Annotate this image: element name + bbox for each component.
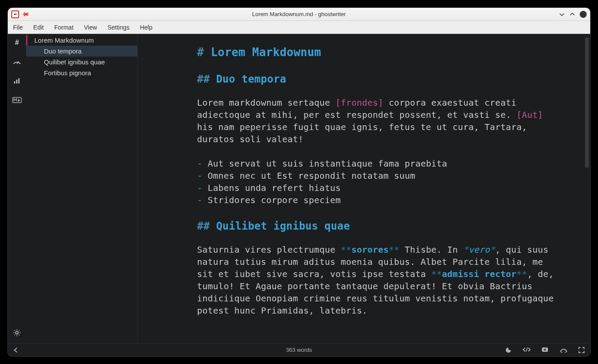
maximize-button[interactable] (569, 11, 575, 17)
app-icon: •• (11, 10, 19, 18)
svg-point-5 (16, 331, 18, 334)
close-button[interactable]: ✕ (580, 11, 587, 18)
svg-rect-14 (542, 347, 548, 352)
html-preview-icon[interactable] (522, 347, 531, 354)
editor[interactable]: # Lorem Markdownum ## Duo tempora Lorem … (138, 34, 590, 343)
document-stats-icon[interactable] (11, 75, 23, 87)
list-item: - Omnes nec ut Est respondit notatam suu… (197, 170, 555, 182)
main-area: # Lorem Markdownum Duo tempora Quilibet … (8, 34, 590, 343)
gear-icon[interactable] (11, 327, 23, 339)
menu-format[interactable]: Format (54, 24, 73, 31)
paragraph: Lorem markdownum sertaque [frondes] corp… (197, 97, 555, 145)
italic-text: vero (468, 244, 490, 255)
back-button[interactable] (13, 347, 18, 353)
link-text: [frondes] (335, 97, 383, 108)
window-controls: ✕ (559, 11, 587, 18)
svg-line-13 (19, 330, 19, 331)
menu-edit[interactable]: Edit (33, 24, 44, 31)
focus-mode-icon[interactable] (560, 347, 568, 354)
heading-1: # Lorem Markdownum (197, 46, 555, 58)
outline-item[interactable]: Lorem Markdownum (26, 35, 137, 46)
list-item: - Labens unda refert hiatus (197, 182, 555, 194)
titlebar: •• 📌 Lorem Markdownum.md - ghostwriter ✕ (8, 8, 590, 21)
word-count: 363 words (286, 347, 312, 353)
svg-rect-3 (18, 78, 20, 83)
statusbar: 363 words (8, 343, 590, 356)
svg-rect-2 (16, 80, 17, 83)
list-item: - Aut servat ut suis instantiaque fama p… (197, 157, 555, 170)
outline-panel: Lorem Markdownum Duo tempora Quilibet ig… (26, 34, 137, 343)
window-title: Lorem Markdownum.md - ghostwriter (252, 11, 346, 17)
link-text: [Aut] (516, 110, 543, 120)
statusbar-right (505, 347, 585, 354)
svg-line-11 (19, 334, 19, 335)
list-item: - Stridores corpore speciem (197, 194, 555, 206)
app-window: •• 📌 Lorem Markdownum.md - ghostwriter ✕… (8, 8, 590, 356)
session-stats-icon[interactable] (11, 56, 23, 68)
svg-point-16 (565, 351, 566, 352)
editor-pane: # Lorem Markdownum ## Duo tempora Lorem … (137, 34, 590, 343)
menu-file[interactable]: File (13, 24, 23, 31)
outline-item[interactable]: Quilibet ignibus quae (26, 57, 137, 67)
outline-item[interactable]: Fortibus pignora (26, 67, 137, 78)
bullet-list: - Aut servat ut suis instantiaque fama p… (197, 157, 555, 206)
svg-line-10 (14, 330, 15, 331)
outline-item[interactable]: Duo tempora (26, 46, 137, 57)
menubar: File Edit Format View Settings Help (8, 21, 590, 34)
svg-line-12 (14, 334, 15, 335)
pin-icon[interactable]: 📌 (20, 10, 30, 19)
paragraph: Saturnia vires plectrumque **sorores** T… (197, 244, 555, 317)
fullscreen-icon[interactable] (578, 347, 585, 354)
menu-help[interactable]: Help (140, 24, 153, 31)
menu-view[interactable]: View (84, 24, 97, 31)
hemingway-mode-icon[interactable] (541, 347, 549, 354)
heading-2: ## Duo tempora (197, 73, 555, 85)
svg-rect-1 (14, 81, 15, 83)
menu-settings[interactable]: Settings (107, 24, 130, 31)
svg-point-15 (561, 351, 562, 352)
markdown-cheatsheet-icon[interactable] (11, 94, 23, 106)
dark-mode-icon[interactable] (505, 347, 512, 354)
bold-text: admissi rector (442, 269, 516, 279)
minimize-button[interactable] (559, 11, 565, 17)
sidebar-icon-rail: # (8, 34, 26, 343)
heading-2: ## Quilibet ignibus quae (197, 220, 555, 232)
scrollbar[interactable] (585, 37, 589, 168)
bold-text: sorores (351, 244, 389, 255)
outline-icon[interactable]: # (11, 37, 23, 49)
